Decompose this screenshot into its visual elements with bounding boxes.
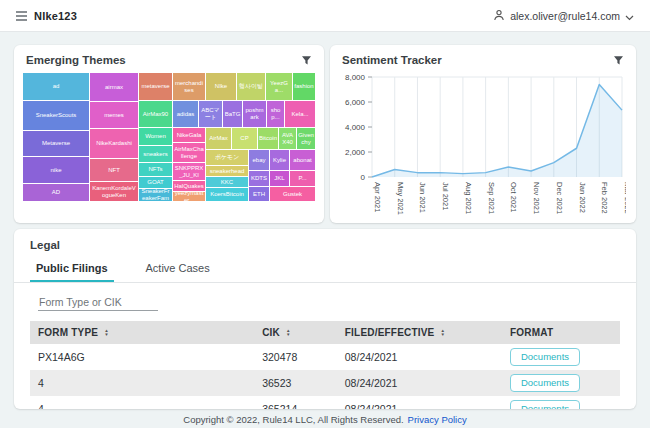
treemap-cell[interactable]: Givenchy [297, 128, 315, 149]
treemap-cell[interactable]: NIke [206, 73, 236, 100]
treemap-cell[interactable]: sneakerhead [206, 166, 248, 176]
treemap-cell[interactable]: 행사이팅 [237, 73, 265, 100]
treemap-cell[interactable]: P... [290, 171, 315, 186]
form-type-cell: 4 [30, 396, 254, 409]
treemap-cell[interactable]: ポケモン [206, 150, 248, 165]
treemap-cell[interactable]: ad [23, 73, 89, 100]
format-cell: Documents [502, 370, 620, 396]
treemap-cell[interactable]: SneakerFreakerFam [139, 189, 172, 201]
treemap-cell[interactable]: adidas [173, 101, 198, 127]
top-navbar: NIke123 alex.oliver@rule14.com [0, 0, 650, 32]
svg-text:Nov 2021: Nov 2021 [532, 182, 541, 214]
svg-text:0: 0 [361, 173, 366, 182]
treemap-cell[interactable]: NikeKardashi [90, 129, 138, 158]
svg-text:4,000: 4,000 [345, 123, 366, 132]
treemap-cell[interactable]: Metaverse [23, 131, 89, 156]
user-email: alex.oliver@rule14.com [510, 10, 620, 22]
sort-icon[interactable]: ▲▼ [286, 329, 291, 337]
treemap-cell[interactable]: Women [139, 128, 172, 145]
treemap-cell[interactable]: airmax [90, 73, 138, 101]
treemap-cell[interactable]: metaverse [139, 73, 172, 100]
treemap-cell[interactable]: NFTs [139, 163, 172, 176]
cik-cell: 365214 [254, 396, 337, 409]
treemap-cell[interactable]: memes [90, 102, 138, 128]
filter-icon[interactable] [301, 55, 312, 66]
treemap-cell[interactable]: AirMaxChallenge [173, 143, 205, 162]
filings-table: FORM TYPE▲▼CIK▲▼FILED/EFFECTIVE▲▼FORMAT … [30, 321, 620, 409]
treemap-cell[interactable]: abonat [290, 150, 315, 170]
treemap-cell[interactable]: BaTG [223, 101, 242, 127]
treemap-cell[interactable]: YeezGa... [266, 73, 292, 100]
filter-icon[interactable] [613, 55, 624, 66]
treemap-cell[interactable]: NFT [90, 159, 138, 181]
column-header[interactable]: FILED/EFFECTIVE▲▼ [337, 321, 502, 344]
tab-public-filings[interactable]: Public Filings [30, 258, 114, 282]
treemap-cell[interactable]: NikeGala [173, 128, 205, 142]
privacy-policy-link[interactable]: Privacy Policy [408, 414, 467, 425]
treemap-cell[interactable]: ebay [249, 150, 269, 170]
treemap-cell[interactable]: KanemKordaleVogueKen [90, 182, 138, 201]
svg-text:Apr 2021: Apr 2021 [373, 182, 382, 212]
treemap-cell[interactable]: Kylie [270, 150, 289, 170]
legal-panel: Legal Public FilingsActive Cases FORM TY… [14, 229, 636, 409]
brand-title: NIke123 [34, 10, 77, 22]
treemap-cell[interactable]: AD [23, 184, 89, 201]
treemap-cell[interactable]: AVAX40 [279, 128, 296, 149]
documents-button[interactable]: Documents [510, 374, 580, 392]
cik-cell: 36523 [254, 370, 337, 396]
legal-title: Legal [14, 229, 636, 258]
treemap-cell[interactable]: merchandises [173, 73, 205, 100]
treemap-cell[interactable]: nike [23, 157, 89, 183]
treemap-cell[interactable]: GOAT [139, 177, 172, 188]
tab-active-cases[interactable]: Active Cases [140, 258, 216, 282]
filed-cell: 08/24/2021 [337, 370, 502, 396]
treemap-cell[interactable]: shop... [267, 101, 284, 127]
treemap-cell[interactable]: ABCマート [199, 101, 222, 127]
treemap-cell[interactable]: SneakerScouts [23, 101, 89, 130]
main-content: Emerging Themes adSneakerScoutsMetaverse… [0, 32, 650, 409]
treemap-cell[interactable]: poshmark [243, 101, 266, 127]
format-cell: Documents [502, 396, 620, 409]
user-menu[interactable]: alex.oliver@rule14.com [493, 7, 634, 25]
page-footer: Copyright © 2022, Rule14 LLC, All Rights… [0, 409, 650, 428]
treemap-cell[interactable]: HalQuakes [173, 181, 205, 191]
treemap-cell[interactable]: sneakers [139, 146, 172, 162]
sort-icon[interactable]: ▲▼ [104, 329, 109, 337]
treemap-cell[interactable]: yeezymaster... [173, 192, 205, 201]
treemap-cell[interactable]: KoersBitcoin [206, 188, 248, 201]
treemap-cell[interactable]: AirMax90 [139, 101, 172, 127]
table-row: 43652308/24/2021Documents [30, 370, 620, 396]
treemap-cell[interactable]: Kela... [285, 101, 315, 127]
treemap-cell[interactable]: ETH [249, 187, 269, 201]
chevron-down-icon [625, 7, 634, 25]
treemap-cell[interactable]: KKC [206, 177, 248, 187]
sort-icon[interactable]: ▲▼ [440, 329, 445, 337]
svg-text:2,000: 2,000 [345, 148, 366, 157]
treemap-cell[interactable]: AirMax [206, 128, 231, 149]
treemap-cell[interactable]: KDTS [249, 171, 269, 186]
treemap-cell[interactable]: Gustek [270, 187, 315, 201]
treemap-cell[interactable]: SNKPPRX_JU_KI [173, 163, 205, 180]
legal-tabs: Public FilingsActive Cases [14, 258, 636, 283]
svg-text:Feb 2022: Feb 2022 [600, 182, 609, 214]
sentiment-line-chart: 02,0004,0006,0008,000Apr 2021May 2021Jun… [334, 70, 630, 222]
filed-cell: 08/24/2021 [337, 344, 502, 370]
copyright-text: Copyright © 2022, Rule14 LLC, All Rights… [183, 414, 403, 425]
treemap-cell[interactable]: CP [232, 128, 257, 149]
emerging-themes-panel: Emerging Themes adSneakerScoutsMetaverse… [14, 45, 324, 223]
column-header[interactable]: FORM TYPE▲▼ [30, 321, 254, 344]
hamburger-menu-icon[interactable] [16, 11, 27, 21]
treemap-cell[interactable]: JKL [270, 171, 289, 186]
cik-cell: 320478 [254, 344, 337, 370]
documents-button[interactable]: Documents [510, 348, 580, 366]
filings-table-header-row: FORM TYPE▲▼CIK▲▼FILED/EFFECTIVE▲▼FORMAT [30, 321, 620, 344]
format-cell: Documents [502, 344, 620, 370]
treemap-cell[interactable]: Bitcoin [258, 128, 278, 149]
table-row: 436521408/24/2021Documents [30, 396, 620, 409]
documents-button[interactable]: Documents [510, 400, 580, 409]
column-header[interactable]: CIK▲▼ [254, 321, 337, 344]
form-type-cik-input[interactable] [38, 294, 158, 311]
sentiment-tracker-panel: Sentiment Tracker 02,0004,0006,0008,000A… [330, 45, 636, 223]
emerging-themes-title: Emerging Themes [26, 54, 126, 66]
treemap-cell[interactable]: fashion [293, 73, 315, 100]
